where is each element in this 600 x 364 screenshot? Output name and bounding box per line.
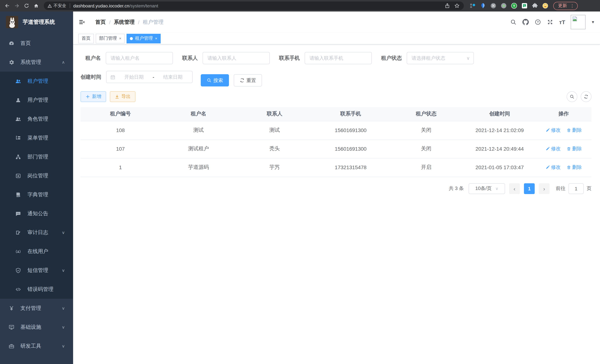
tenant-table: 租户编号 租户名 联系人 联系手机 租户状态 创建时间 操作 108 测试 xyxy=(81,107,591,177)
sidebar-item-infra[interactable]: 基础设施 xyxy=(0,318,73,336)
extension-chat-icon[interactable] xyxy=(521,2,528,9)
share-icon[interactable] xyxy=(444,2,450,9)
goto-label: 前往 xyxy=(556,185,565,192)
breadcrumb-current: 租户管理 xyxy=(143,19,164,25)
sidebar-item-role[interactable]: 角色管理 xyxy=(0,110,73,128)
reset-button[interactable]: 重置 xyxy=(234,74,262,86)
active-dot xyxy=(130,37,133,40)
refresh-table-button[interactable] xyxy=(581,91,591,102)
sidebar-item-payment[interactable]: 支付管理 xyxy=(0,299,73,318)
sidebar-item-devtools[interactable]: 研发工具 xyxy=(0,336,73,355)
cell-created: 2021-12-14 21:02:09 xyxy=(463,121,536,140)
extension-emoji-icon[interactable] xyxy=(542,2,549,9)
github-icon[interactable] xyxy=(522,18,529,26)
date-range-picker[interactable]: 开始日期 - 结束日期 xyxy=(106,71,193,83)
users-icon xyxy=(15,78,21,84)
sidebar-item-error-code[interactable]: 错误码管理 xyxy=(0,280,73,299)
select-placeholder: 请选择租户状态 xyxy=(412,55,466,61)
kebab-menu-icon[interactable]: ⋮ xyxy=(570,3,574,8)
sidebar-item-user[interactable]: 用户管理 xyxy=(0,91,73,110)
dashboard-icon xyxy=(9,40,14,46)
sidebar-item-label: 用户管理 xyxy=(28,97,48,103)
cell-id: 108 xyxy=(81,121,160,140)
table-row: 108 测试 测试 15601691300 关闭 2021-12-14 21:0… xyxy=(81,121,591,140)
mobile-input[interactable] xyxy=(305,52,372,64)
search-icon xyxy=(570,94,574,99)
delete-link[interactable]: 删除 xyxy=(567,145,582,152)
app-logo[interactable]: 芋道管理系统 xyxy=(0,11,73,33)
chevron-down-icon xyxy=(62,306,65,310)
sidebar-item-dict[interactable]: 字典管理 xyxy=(0,185,73,204)
sidebar-item-post[interactable]: 岗位管理 xyxy=(0,166,73,185)
edit-link[interactable]: 修改 xyxy=(545,127,561,134)
delete-link[interactable]: 删除 xyxy=(567,127,582,134)
page-size-select[interactable]: 10条/页 ∨ xyxy=(469,183,505,194)
prev-page-button[interactable]: ‹ xyxy=(509,183,520,194)
close-icon[interactable]: × xyxy=(155,36,157,40)
avatar[interactable] xyxy=(571,15,586,29)
extension-puzzle-icon[interactable] xyxy=(531,2,538,9)
col-tenant-id: 租户编号 xyxy=(81,107,160,121)
forward-icon[interactable] xyxy=(13,2,21,10)
home-icon[interactable] xyxy=(32,2,40,10)
extension-kite-icon[interactable] xyxy=(479,2,487,9)
fullscreen-icon[interactable] xyxy=(546,18,554,26)
edit-link[interactable]: 修改 xyxy=(545,145,561,152)
tab-dept[interactable]: 部门管理 × xyxy=(96,34,125,43)
contact-input[interactable] xyxy=(203,52,270,64)
add-button[interactable]: 新增 xyxy=(81,91,106,102)
extension-command-icon[interactable]: ⌘ xyxy=(490,2,497,9)
cell-mobile: 15601691300 xyxy=(312,140,389,158)
sidebar-item-label: 在线用户 xyxy=(28,248,48,255)
sidebar-item-label: 审计日志 xyxy=(28,229,48,236)
sidebar-item-online-users[interactable]: 在线用户 xyxy=(0,242,73,261)
sidebar-item-label: 字典管理 xyxy=(28,191,48,198)
caret-down-icon[interactable]: ▼ xyxy=(591,20,595,24)
tab-home[interactable]: 首页 xyxy=(78,34,94,43)
extension-dot-icon[interactable] xyxy=(500,2,507,9)
toggle-search-button[interactable] xyxy=(567,91,577,102)
sidebar-toggle-icon[interactable] xyxy=(77,18,86,26)
help-icon[interactable]: ? xyxy=(534,18,541,26)
chevron-down-icon xyxy=(62,268,65,272)
cell-name: 测试 xyxy=(160,121,237,140)
search-icon[interactable] xyxy=(509,18,517,26)
sidebar-item-home[interactable]: 首页 xyxy=(0,34,73,53)
next-page-button[interactable]: › xyxy=(539,183,550,194)
chevron-down-icon xyxy=(62,325,65,329)
reload-icon[interactable] xyxy=(22,2,30,10)
sidebar-item-sms[interactable]: 短信管理 xyxy=(0,261,73,280)
chevron-down-icon xyxy=(62,344,65,348)
search-icon xyxy=(207,78,212,83)
delete-link[interactable]: 删除 xyxy=(567,164,582,171)
chrome-update-button[interactable]: 更新 ⋮ xyxy=(553,2,578,10)
col-tenant-name: 租户名 xyxy=(160,107,237,121)
bookmark-star-icon[interactable] xyxy=(453,2,460,9)
close-icon[interactable]: × xyxy=(119,36,121,40)
page-number-1[interactable]: 1 xyxy=(524,183,535,194)
tree-icon xyxy=(15,135,21,141)
sidebar-item-tenant[interactable]: 租户管理 xyxy=(0,72,73,91)
export-button[interactable]: 导出 xyxy=(110,91,135,102)
not-secure-badge[interactable]: 不安全 xyxy=(47,3,66,9)
extension-y-icon[interactable]: Y xyxy=(511,2,518,9)
breadcrumb-home[interactable]: 首页 xyxy=(95,19,106,25)
extension-grid-icon[interactable] xyxy=(469,2,476,9)
sidebar-item-dept[interactable]: 部门管理 xyxy=(0,147,73,166)
sidebar-item-menu[interactable]: 菜单管理 xyxy=(0,128,73,147)
sidebar-item-system[interactable]: 系统管理 xyxy=(0,53,73,72)
tenant-name-input[interactable] xyxy=(106,52,173,64)
cell-name: 芋道源码 xyxy=(160,158,237,177)
status-select[interactable]: 请选择租户状态 ∨ xyxy=(407,52,474,64)
sidebar-item-audit-log[interactable]: 审计日志 xyxy=(0,223,73,242)
goto-page-input[interactable] xyxy=(568,183,584,194)
breadcrumb-system[interactable]: 系统管理 xyxy=(114,19,135,25)
address-bar[interactable]: 不安全 dashboard.yudao.iocoder.cn/system/te… xyxy=(44,1,464,10)
edit-link[interactable]: 修改 xyxy=(545,164,561,171)
tab-tenant[interactable]: 租户管理 × xyxy=(127,34,161,43)
font-size-icon[interactable]: ᴛT xyxy=(558,18,566,26)
sidebar-item-notice[interactable]: 通知公告 xyxy=(0,204,73,223)
search-button[interactable]: 搜索 xyxy=(201,74,229,86)
back-icon[interactable] xyxy=(3,2,11,10)
chevron-up-icon xyxy=(62,60,65,64)
